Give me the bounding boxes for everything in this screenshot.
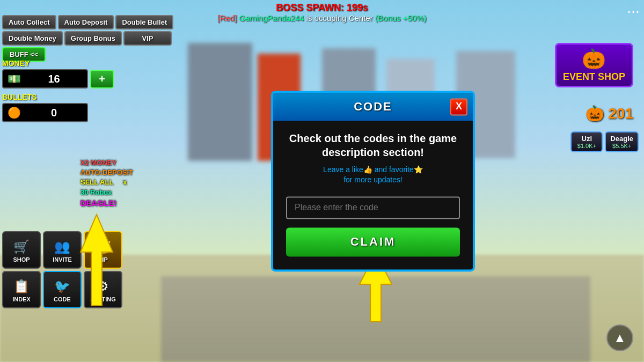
bullets-value: 0	[25, 107, 83, 119]
setting-icon: ⚙	[97, 279, 109, 294]
shop-button[interactable]: 🛒 SHOP	[2, 231, 41, 269]
pumpkin-icon: 🎃	[563, 48, 625, 70]
add-money-button[interactable]: +	[90, 70, 114, 88]
vip-icon: 👑	[95, 239, 111, 254]
vip-hud-button[interactable]: VIP	[123, 31, 172, 46]
event-shop-label: EVENT SHOP	[563, 71, 625, 82]
occupying-text: [Red] GamingPanda244 is occuping Center …	[217, 13, 426, 23]
action-buttons: 🛒 SHOP 👥 INVITE 👑 VIP 📋 INDEX 🐦 CODE ⚙ S…	[2, 231, 122, 308]
player-tag: [Red]	[217, 13, 237, 23]
index-button[interactable]: 📋 INDEX	[2, 271, 41, 308]
money-box: 💵 16	[2, 69, 88, 88]
setting-button[interactable]: ⚙ SETTING	[84, 271, 122, 308]
vip-label: VIP	[98, 256, 108, 263]
code-label: CODE	[54, 296, 71, 302]
money-label: MONEY	[2, 59, 114, 68]
claim-button[interactable]: CLAIM	[286, 227, 460, 256]
button-row-2: Double Money Group Bonus VIP	[2, 31, 173, 46]
auto-deposit-button[interactable]: Auto Deposit	[58, 15, 114, 29]
code-main-text: Check out the codes in the game descript…	[286, 131, 460, 159]
invite-icon: 👥	[54, 239, 70, 254]
weapon-card-uzi: Uzi $1.0K+	[570, 131, 603, 152]
index-icon: 📋	[13, 279, 30, 294]
code-dialog-body: Check out the codes in the game descript…	[273, 121, 473, 269]
player-name: GamingPanda244	[239, 13, 304, 23]
shop-icon: 🛒	[13, 239, 30, 254]
navigation-up-button[interactable]: ▲	[606, 324, 633, 351]
boss-spawn-text: BOSS SPAWN: 199s	[217, 2, 426, 13]
menu-icon[interactable]: ⋯	[627, 4, 640, 19]
bullets-row: 🟠 0	[2, 103, 114, 122]
code-header: CODE X	[273, 93, 473, 121]
float-deagle: DEAGLE!	[80, 197, 133, 209]
boss-spawn-area: BOSS SPAWN: 199s [Red] GamingPanda244 is…	[213, 0, 430, 25]
floating-texts: X2 MONEY AUTO:DEPOSIT SELL ALL x 30 Robu…	[80, 158, 133, 209]
shop-label: SHOP	[13, 256, 30, 263]
left-panel: Auto Collect Auto Deposit Double Bullet …	[2, 15, 173, 62]
weapon-deagle-name: Deagle	[610, 135, 633, 143]
button-row-1: Auto Collect Auto Deposit Double Bullet	[2, 15, 173, 29]
money-value: 16	[25, 73, 83, 85]
code-input-field[interactable]	[286, 196, 460, 219]
road	[161, 276, 590, 362]
code-icon: 🐦	[54, 279, 70, 294]
bullet-icon: 🟠	[8, 106, 21, 119]
close-dialog-button[interactable]: X	[450, 98, 467, 115]
float-sellall: SELL ALL x	[80, 178, 133, 187]
bullets-label: BULLETS	[2, 93, 114, 101]
coin-icon: 🎃	[586, 105, 604, 122]
float-autodeposit: AUTO:DEPOSIT	[80, 168, 133, 178]
weapon-cards: Uzi $1.0K+ Deagle $5.5K+	[570, 131, 639, 152]
money-icon: 💵	[8, 72, 21, 85]
weapon-uzi-price: $1.0K+	[576, 143, 597, 149]
event-shop-button[interactable]: 🎃 EVENT SHOP	[555, 43, 633, 87]
bullets-box: 🟠 0	[2, 103, 88, 122]
weapon-card-deagle: Deagle $5.5K+	[605, 131, 639, 152]
invite-button[interactable]: 👥 INVITE	[43, 231, 82, 269]
bonus-text: (Bonus +50%)	[375, 13, 426, 23]
money-row: 💵 16 +	[2, 69, 114, 88]
group-bonus-button[interactable]: Group Bonus	[64, 31, 122, 46]
float-x2money: X2 MONEY	[80, 158, 133, 168]
double-bullet-button[interactable]: Double Bullet	[115, 15, 173, 29]
weapon-deagle-price: $5.5K+	[610, 143, 633, 149]
double-money-button[interactable]: Double Money	[2, 31, 63, 46]
code-dialog: CODE X Check out the codes in the game d…	[271, 91, 475, 271]
occupying-action: is occuping Center	[306, 13, 373, 23]
vip-button[interactable]: 👑 VIP	[84, 231, 122, 269]
code-sub-text: Leave a like👍 and favorite⭐for more upda…	[286, 165, 460, 186]
coin-count: 🎃 201	[586, 105, 634, 122]
coin-value: 201	[608, 105, 633, 122]
weapon-uzi-name: Uzi	[576, 135, 597, 143]
invite-label: INVITE	[53, 256, 71, 263]
index-label: INDEX	[12, 296, 31, 302]
float-robux: 30 Robux	[80, 188, 133, 197]
stats-panel: MONEY 💵 16 + BULLETS 🟠 0	[2, 59, 114, 127]
setting-label: SETTING	[90, 296, 116, 302]
code-button[interactable]: 🐦 CODE	[43, 271, 82, 308]
code-dialog-title: CODE	[296, 100, 450, 114]
auto-collect-button[interactable]: Auto Collect	[2, 15, 56, 29]
